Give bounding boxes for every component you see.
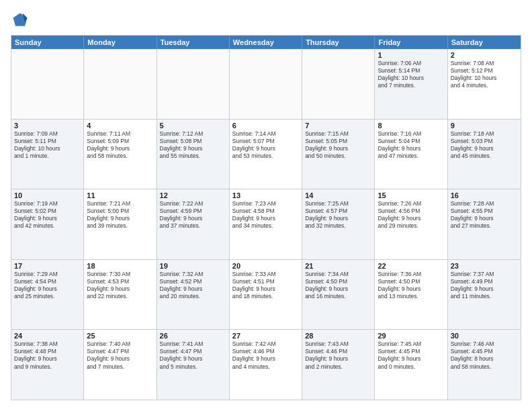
cell-text: Sunrise: 7:41 AM Sunset: 4:47 PM Dayligh… <box>160 340 226 370</box>
header-cell-friday: Friday <box>375 36 447 49</box>
cal-cell-0-3 <box>230 49 302 119</box>
cal-cell-2-5: 15Sunrise: 7:26 AM Sunset: 4:56 PM Dayli… <box>375 189 447 259</box>
cell-text: Sunrise: 7:43 AM Sunset: 4:46 PM Dayligh… <box>305 340 371 370</box>
header <box>11 11 521 30</box>
day-number: 25 <box>87 332 153 340</box>
cal-cell-3-6: 23Sunrise: 7:37 AM Sunset: 4:49 PM Dayli… <box>448 260 521 330</box>
header-cell-monday: Monday <box>84 36 157 49</box>
cal-cell-1-3: 6Sunrise: 7:14 AM Sunset: 5:07 PM Daylig… <box>230 120 302 189</box>
day-number: 23 <box>451 262 518 270</box>
cell-text: Sunrise: 7:26 AM Sunset: 4:56 PM Dayligh… <box>378 200 444 230</box>
logo-icon <box>11 11 30 30</box>
day-number: 15 <box>378 191 444 199</box>
cal-cell-1-4: 7Sunrise: 7:15 AM Sunset: 5:05 PM Daylig… <box>302 120 375 189</box>
header-cell-tuesday: Tuesday <box>157 36 230 49</box>
cell-text: Sunrise: 7:22 AM Sunset: 4:59 PM Dayligh… <box>160 200 226 230</box>
cal-cell-4-3: 27Sunrise: 7:42 AM Sunset: 4:46 PM Dayli… <box>230 330 302 400</box>
cal-cell-3-0: 17Sunrise: 7:29 AM Sunset: 4:54 PM Dayli… <box>11 260 84 330</box>
cell-text: Sunrise: 7:28 AM Sunset: 4:55 PM Dayligh… <box>451 200 518 230</box>
cell-text: Sunrise: 7:38 AM Sunset: 4:48 PM Dayligh… <box>14 340 81 370</box>
calendar-body: 1Sunrise: 7:06 AM Sunset: 5:14 PM Daylig… <box>11 49 521 400</box>
day-number: 6 <box>232 122 299 130</box>
cal-cell-4-4: 28Sunrise: 7:43 AM Sunset: 4:46 PM Dayli… <box>302 330 375 400</box>
day-number: 3 <box>14 122 81 130</box>
cal-cell-3-4: 21Sunrise: 7:34 AM Sunset: 4:50 PM Dayli… <box>302 260 375 330</box>
cal-cell-2-0: 10Sunrise: 7:19 AM Sunset: 5:02 PM Dayli… <box>11 189 84 259</box>
cell-text: Sunrise: 7:15 AM Sunset: 5:05 PM Dayligh… <box>305 130 371 160</box>
cell-text: Sunrise: 7:40 AM Sunset: 4:47 PM Dayligh… <box>87 340 153 370</box>
cell-text: Sunrise: 7:19 AM Sunset: 5:02 PM Dayligh… <box>14 200 81 230</box>
day-number: 24 <box>14 332 81 340</box>
cal-cell-4-1: 25Sunrise: 7:40 AM Sunset: 4:47 PM Dayli… <box>84 330 157 400</box>
day-number: 9 <box>451 122 518 130</box>
day-number: 20 <box>232 262 299 270</box>
day-number: 18 <box>87 262 153 270</box>
day-number: 21 <box>305 262 371 270</box>
cal-cell-0-5: 1Sunrise: 7:06 AM Sunset: 5:14 PM Daylig… <box>375 49 447 119</box>
header-cell-thursday: Thursday <box>302 36 375 49</box>
header-cell-saturday: Saturday <box>448 36 521 49</box>
cal-cell-3-5: 22Sunrise: 7:36 AM Sunset: 4:50 PM Dayli… <box>375 260 447 330</box>
cell-text: Sunrise: 7:18 AM Sunset: 5:03 PM Dayligh… <box>451 130 518 160</box>
cell-text: Sunrise: 7:29 AM Sunset: 4:54 PM Dayligh… <box>14 271 81 300</box>
cell-text: Sunrise: 7:14 AM Sunset: 5:07 PM Dayligh… <box>232 130 299 160</box>
cell-text: Sunrise: 7:08 AM Sunset: 5:12 PM Dayligh… <box>451 60 518 89</box>
cal-cell-1-2: 5Sunrise: 7:12 AM Sunset: 5:08 PM Daylig… <box>157 120 230 189</box>
cal-cell-0-6: 2Sunrise: 7:08 AM Sunset: 5:12 PM Daylig… <box>448 49 521 119</box>
day-number: 1 <box>378 51 444 59</box>
day-number: 4 <box>87 122 153 130</box>
day-number: 7 <box>305 122 371 130</box>
cal-row-0: 1Sunrise: 7:06 AM Sunset: 5:14 PM Daylig… <box>11 49 521 119</box>
cal-cell-0-2 <box>157 49 230 119</box>
cell-text: Sunrise: 7:23 AM Sunset: 4:58 PM Dayligh… <box>232 200 299 230</box>
cell-text: Sunrise: 7:09 AM Sunset: 5:11 PM Dayligh… <box>14 130 81 160</box>
header-cell-sunday: Sunday <box>11 36 84 49</box>
calendar: SundayMondayTuesdayWednesdayThursdayFrid… <box>11 35 521 400</box>
cal-cell-1-1: 4Sunrise: 7:11 AM Sunset: 5:09 PM Daylig… <box>84 120 157 189</box>
cell-text: Sunrise: 7:42 AM Sunset: 4:46 PM Dayligh… <box>232 340 299 370</box>
day-number: 27 <box>232 332 299 340</box>
cal-cell-3-3: 20Sunrise: 7:33 AM Sunset: 4:51 PM Dayli… <box>230 260 302 330</box>
cal-cell-0-4 <box>302 49 375 119</box>
day-number: 13 <box>232 191 299 199</box>
cal-cell-3-1: 18Sunrise: 7:30 AM Sunset: 4:53 PM Dayli… <box>84 260 157 330</box>
cell-text: Sunrise: 7:45 AM Sunset: 4:45 PM Dayligh… <box>378 340 444 370</box>
day-number: 2 <box>451 51 518 59</box>
cal-cell-2-3: 13Sunrise: 7:23 AM Sunset: 4:58 PM Dayli… <box>230 189 302 259</box>
cal-cell-3-2: 19Sunrise: 7:32 AM Sunset: 4:52 PM Dayli… <box>157 260 230 330</box>
cell-text: Sunrise: 7:32 AM Sunset: 4:52 PM Dayligh… <box>160 271 226 300</box>
cell-text: Sunrise: 7:12 AM Sunset: 5:08 PM Dayligh… <box>160 130 226 160</box>
cal-cell-0-0 <box>11 49 84 119</box>
cal-cell-1-6: 9Sunrise: 7:18 AM Sunset: 5:03 PM Daylig… <box>448 120 521 189</box>
day-number: 28 <box>305 332 371 340</box>
cal-cell-4-5: 29Sunrise: 7:45 AM Sunset: 4:45 PM Dayli… <box>375 330 447 400</box>
day-number: 8 <box>378 122 444 130</box>
cal-cell-2-1: 11Sunrise: 7:21 AM Sunset: 5:00 PM Dayli… <box>84 189 157 259</box>
cell-text: Sunrise: 7:25 AM Sunset: 4:57 PM Dayligh… <box>305 200 371 230</box>
cell-text: Sunrise: 7:46 AM Sunset: 4:45 PM Dayligh… <box>451 340 518 370</box>
cell-text: Sunrise: 7:16 AM Sunset: 5:04 PM Dayligh… <box>378 130 444 160</box>
cell-text: Sunrise: 7:21 AM Sunset: 5:00 PM Dayligh… <box>87 200 153 230</box>
cal-cell-4-6: 30Sunrise: 7:46 AM Sunset: 4:45 PM Dayli… <box>448 330 521 400</box>
cal-row-1: 3Sunrise: 7:09 AM Sunset: 5:11 PM Daylig… <box>11 119 521 189</box>
day-number: 30 <box>451 332 518 340</box>
cal-cell-2-6: 16Sunrise: 7:28 AM Sunset: 4:55 PM Dayli… <box>448 189 521 259</box>
cal-row-2: 10Sunrise: 7:19 AM Sunset: 5:02 PM Dayli… <box>11 189 521 259</box>
cal-row-3: 17Sunrise: 7:29 AM Sunset: 4:54 PM Dayli… <box>11 259 521 330</box>
day-number: 5 <box>160 122 226 130</box>
cal-cell-1-0: 3Sunrise: 7:09 AM Sunset: 5:11 PM Daylig… <box>11 120 84 189</box>
logo <box>11 11 32 30</box>
cal-cell-1-5: 8Sunrise: 7:16 AM Sunset: 5:04 PM Daylig… <box>375 120 447 189</box>
calendar-header-row: SundayMondayTuesdayWednesdayThursdayFrid… <box>11 36 521 49</box>
cal-cell-0-1 <box>84 49 157 119</box>
cell-text: Sunrise: 7:34 AM Sunset: 4:50 PM Dayligh… <box>305 271 371 300</box>
day-number: 19 <box>160 262 226 270</box>
day-number: 26 <box>160 332 226 340</box>
day-number: 12 <box>160 191 226 199</box>
cell-text: Sunrise: 7:06 AM Sunset: 5:14 PM Dayligh… <box>378 60 444 89</box>
cell-text: Sunrise: 7:33 AM Sunset: 4:51 PM Dayligh… <box>232 271 299 300</box>
day-number: 29 <box>378 332 444 340</box>
day-number: 11 <box>87 191 153 199</box>
cell-text: Sunrise: 7:11 AM Sunset: 5:09 PM Dayligh… <box>87 130 153 160</box>
cal-row-4: 24Sunrise: 7:38 AM Sunset: 4:48 PM Dayli… <box>11 329 521 400</box>
